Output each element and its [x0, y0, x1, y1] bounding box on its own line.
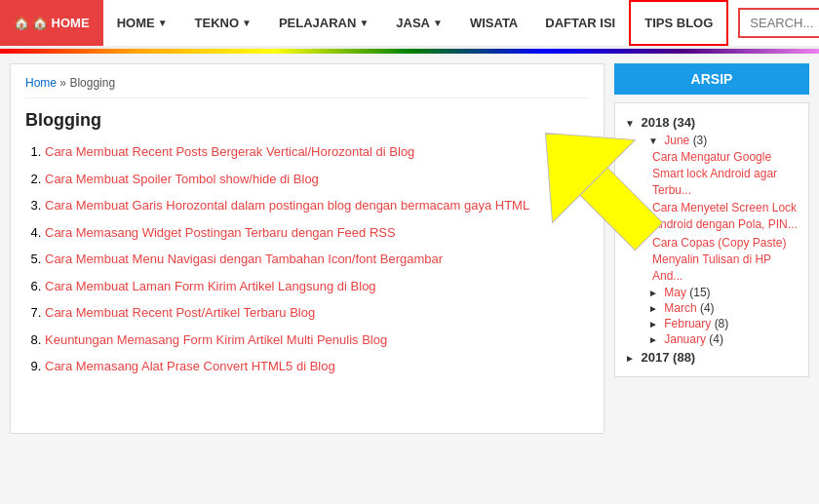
chevron-down-icon4: ▼ — [433, 18, 443, 28]
nav-tekno-label: TEKNO — [195, 16, 240, 30]
page-title: Blogging — [25, 110, 589, 131]
june-entry-3-link[interactable]: Cara Copas (Copy Paste) Menyalin Tulisan… — [652, 235, 799, 284]
january-count: (4) — [709, 332, 723, 346]
triangle-down-icon2 — [648, 134, 661, 147]
archive-month-march[interactable]: March (4) — [635, 301, 799, 315]
february-count: (8) — [715, 317, 729, 330]
list-item: Cara Memasang Widget Postingan Terbaru d… — [45, 223, 589, 243]
nav-home[interactable]: 🏠 🏠 HOME — [0, 0, 103, 46]
main-content: Home » Blogging Blogging Cara Membuat Re… — [10, 63, 604, 434]
nav-items: 🏠 🏠 HOME HOME ▼ TEKNO ▼ PELAJARAN ▼ JASA… — [0, 0, 728, 46]
blog-link-5[interactable]: Cara Membuat Menu Navigasi dengan Tambah… — [45, 252, 443, 266]
year-2018-count: (34) — [673, 115, 695, 130]
nav-tips-blog[interactable]: TIPS BLOG — [629, 0, 728, 46]
list-item: Cara Membuat Garis Horozontal dalam post… — [45, 196, 589, 215]
chevron-down-icon: ▼ — [158, 18, 168, 28]
home-icon: 🏠 — [14, 16, 29, 30]
navbar: 🏠 🏠 HOME HOME ▼ TEKNO ▼ PELAJARAN ▼ JASA… — [0, 0, 819, 49]
nav-home-label: 🏠 HOME — [32, 16, 90, 30]
search-input[interactable] — [738, 8, 819, 38]
nav-daftar-label: DAFTAR ISI — [545, 16, 615, 30]
archive-year-2017[interactable]: 2017 (88) — [625, 350, 799, 365]
may-count: (15) — [689, 286, 710, 299]
list-item: Cara Membuat Spoiler Tombol show/hide di… — [45, 170, 589, 189]
archive-month-june[interactable]: June (3) — [635, 134, 799, 147]
chevron-down-icon2: ▼ — [242, 18, 252, 28]
nav-pelajaran-label: PELAJARAN — [279, 16, 356, 30]
nav-pelajaran[interactable]: PELAJARAN ▼ — [265, 0, 382, 46]
page-layout: Home » Blogging Blogging Cara Membuat Re… — [0, 54, 819, 444]
triangle-right-icon4 — [648, 332, 661, 346]
nav-daftar[interactable]: DAFTAR ISI — [531, 0, 629, 46]
blog-link-2[interactable]: Cara Membuat Spoiler Tombol show/hide di… — [45, 172, 319, 186]
nav-tekno[interactable]: TEKNO ▼ — [181, 0, 265, 46]
blog-link-1[interactable]: Cara Membuat Recent Posts Bergerak Verti… — [45, 144, 414, 159]
archive-month-february[interactable]: February (8) — [635, 317, 799, 330]
month-february-link[interactable]: February — [664, 317, 711, 330]
march-count: (4) — [700, 301, 715, 315]
archive-june-group: June (3) Cara Mengatur Google Smart lock… — [625, 134, 799, 346]
triangle-right-icon — [648, 286, 661, 299]
list-item: Cara Membuat Laman Form Kirim Artikel La… — [45, 277, 589, 296]
blog-link-7[interactable]: Cara Membuat Recent Post/Artikel Terbaru… — [45, 305, 315, 320]
blog-link-8[interactable]: Keuntungan Memasang Form Kirim Artikel M… — [45, 332, 387, 347]
nav-jasa-label: JASA — [396, 16, 430, 30]
nav-search-area: ? — [728, 0, 819, 46]
blog-link-3[interactable]: Cara Membuat Garis Horozontal dalam post… — [45, 198, 529, 213]
month-march-link[interactable]: March — [664, 301, 696, 315]
breadcrumb-separator: » — [59, 76, 66, 90]
archive-entry-3: Cara Copas (Copy Paste) Menyalin Tulisan… — [635, 235, 799, 284]
nav-jasa[interactable]: JASA ▼ — [382, 0, 456, 46]
list-item: Keuntungan Memasang Form Kirim Artikel M… — [45, 330, 589, 350]
nav-wisata-label: WISATA — [470, 16, 518, 30]
list-item: Cara Memasang Alat Prase Convert HTML5 d… — [45, 357, 589, 376]
triangle-right-icon2 — [648, 301, 661, 315]
list-item: Cara Membuat Recent Posts Bergerak Verti… — [45, 142, 589, 162]
breadcrumb-home[interactable]: Home — [25, 76, 57, 90]
blog-link-6[interactable]: Cara Membuat Laman Form Kirim Artikel La… — [45, 279, 376, 293]
archive-list: 2018 (34) June (3) Cara Mengatur Google … — [614, 102, 809, 377]
chevron-down-icon3: ▼ — [359, 18, 369, 28]
archive-entry-2: Cara Menyetel Screen Lock Android dengan… — [635, 200, 799, 233]
triangle-down-icon — [625, 115, 638, 130]
nav-tips-blog-label: TIPS BLOG — [644, 16, 713, 30]
june-entry-2-link[interactable]: Cara Menyetel Screen Lock Android dengan… — [652, 200, 799, 233]
nav-home2[interactable]: HOME ▼ — [103, 0, 181, 46]
archive-year-2018[interactable]: 2018 (34) — [625, 115, 799, 130]
blog-list: Cara Membuat Recent Posts Bergerak Verti… — [25, 142, 589, 376]
month-may-link[interactable]: May — [664, 286, 686, 299]
list-item: Cara Membuat Menu Navigasi dengan Tambah… — [45, 250, 589, 269]
blog-link-9[interactable]: Cara Memasang Alat Prase Convert HTML5 d… — [45, 359, 335, 373]
archive-month-may[interactable]: May (15) — [635, 286, 799, 299]
breadcrumb: Home » Blogging — [25, 76, 589, 98]
month-january-link[interactable]: January — [664, 332, 706, 346]
blog-link-4[interactable]: Cara Memasang Widget Postingan Terbaru d… — [45, 225, 396, 240]
list-item: Cara Membuat Recent Post/Artikel Terbaru… — [45, 303, 589, 323]
breadcrumb-current: Blogging — [69, 76, 115, 90]
month-june-link[interactable]: June — [664, 134, 689, 147]
june-entry-1-link[interactable]: Cara Mengatur Google Smart lock Android … — [652, 149, 799, 198]
nav-home2-label: HOME — [117, 16, 155, 30]
archive-month-january[interactable]: January (4) — [635, 332, 799, 346]
sidebar: ARSIP 2018 (34) June (3) Cara Mengatur G… — [614, 63, 809, 377]
nav-wisata[interactable]: WISATA — [456, 0, 531, 46]
triangle-right-icon3 — [648, 317, 661, 330]
archive-entry-1: Cara Mengatur Google Smart lock Android … — [635, 149, 799, 198]
year-2017-label: 2017 — [642, 350, 670, 365]
year-2018-label: 2018 — [642, 115, 670, 130]
triangle-right-icon5 — [625, 350, 638, 365]
sidebar-title: ARSIP — [614, 63, 809, 95]
june-count: (3) — [693, 134, 708, 147]
year-2017-count: (88) — [673, 350, 695, 365]
